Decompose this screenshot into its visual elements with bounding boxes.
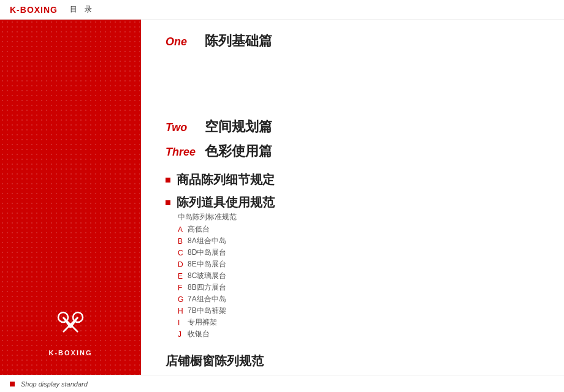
footer-label: Shop display standard — [21, 380, 88, 388]
toc-standalone-1: 店铺橱窗陈列规范 — [166, 353, 539, 369]
sublist-text-B: 8A组合中岛 — [188, 236, 226, 246]
toc-entry-two: Two 空间规划篇 — [166, 118, 539, 136]
sublist-text-A: 高低台 — [188, 224, 210, 235]
toc-section-one: One 陈列基础篇 — [166, 32, 539, 50]
sublist-item-F: F 8B四方展台 — [178, 282, 539, 293]
main-layout: K-BOXING One 陈列基础篇 Two 空间规划篇 Three 色彩使用篇 — [0, 20, 564, 375]
bullet-icon-2 — [166, 200, 170, 205]
sublist-text-H: 7B中岛裤架 — [188, 306, 226, 316]
sublist-header: 中岛陈列标准规范 — [178, 212, 539, 222]
nav-item-2[interactable]: 录 — [85, 4, 92, 15]
sublist-item-C: C 8D中岛展台 — [178, 247, 539, 258]
footer-dot — [10, 382, 15, 386]
bullet-icon-1 — [166, 178, 170, 183]
spacer-4 — [166, 343, 539, 353]
sublist-letter-H: H — [178, 307, 188, 315]
sublist-item-I: I 专用裤架 — [178, 317, 539, 328]
sidebar-logo-text: K-BOXING — [49, 349, 93, 356]
toc-number-two: Two — [166, 121, 202, 134]
sublist-item-D: D 8E中岛展台 — [178, 259, 539, 270]
top-bar: K-BOXING 目 录 — [0, 0, 564, 20]
toc-title-bullet-1: 商品陈列细节规定 — [177, 172, 275, 188]
toc-entry-one: One 陈列基础篇 — [166, 32, 539, 50]
sublist-item-A: A 高低台 — [178, 224, 539, 235]
sublist-item-E: E 8C玻璃展台 — [178, 271, 539, 281]
sublist-item-B: B 8A组合中岛 — [178, 236, 539, 246]
sidebar-icon — [52, 306, 89, 343]
toc-title-three: 色彩使用篇 — [205, 142, 272, 160]
content-area: One 陈列基础篇 Two 空间规划篇 Three 色彩使用篇 商品陈列细节规定 — [141, 20, 564, 375]
sublist-item-G: G 7A组合中岛 — [178, 294, 539, 304]
sublist-text-C: 8D中岛展台 — [188, 247, 226, 258]
toc-entry-three: Three 色彩使用篇 — [166, 142, 539, 160]
toc-entry-bullet-2: 陈列道具使用规范 — [166, 194, 539, 211]
toc-section-two: Two 空间规划篇 — [166, 118, 539, 136]
toc-title-bullet-2: 陈列道具使用规范 — [177, 194, 275, 211]
sublist-text-F: 8B四方展台 — [188, 282, 226, 293]
toc-title-one: 陈列基础篇 — [205, 32, 272, 50]
sidebar: K-BOXING — [0, 20, 141, 375]
sublist-text-I: 专用裤架 — [188, 317, 217, 328]
sublist-item-H: H 7B中岛裤架 — [178, 306, 539, 316]
toc-section-three: Three 色彩使用篇 — [166, 142, 539, 160]
toc-number-one: One — [166, 36, 202, 48]
sublist-item-J: J 收银台 — [178, 329, 539, 339]
nav-item-1[interactable]: 目 — [70, 4, 77, 15]
sublist-letter-D: D — [178, 260, 188, 269]
sublist-text-E: 8C玻璃展台 — [188, 271, 226, 281]
spacer-1 — [166, 56, 539, 118]
toc-entry-bullet-1: 商品陈列细节规定 — [166, 172, 539, 188]
spacer-3 — [166, 189, 539, 194]
toc-title-two: 空间规划篇 — [205, 118, 272, 136]
header-logo: K-BOXING — [10, 5, 58, 15]
sidebar-logo: K-BOXING — [49, 306, 93, 356]
sublist-letter-B: B — [178, 237, 188, 246]
sublist-letter-I: I — [178, 318, 188, 327]
spacer-2 — [166, 167, 539, 172]
toc-number-three: Three — [166, 146, 202, 159]
sublist-letter-F: F — [178, 284, 188, 292]
sublist-letter-J: J — [178, 330, 188, 339]
sublist-letter-C: C — [178, 249, 188, 257]
sublist-letter-E: E — [178, 272, 188, 281]
sublist-text-J: 收银台 — [188, 329, 210, 339]
sublist-letter-A: A — [178, 225, 188, 234]
spacer-5 — [166, 373, 539, 375]
sublist-text-D: 8E中岛展台 — [188, 259, 226, 270]
sublist-letter-G: G — [178, 295, 188, 304]
toc-sublist: 中岛陈列标准规范 A 高低台 B 8A组合中岛 C 8D中岛展台 D 8E中岛展… — [178, 212, 539, 339]
sublist-text-G: 7A组合中岛 — [188, 294, 226, 304]
footer: Shop display standard — [0, 375, 564, 392]
